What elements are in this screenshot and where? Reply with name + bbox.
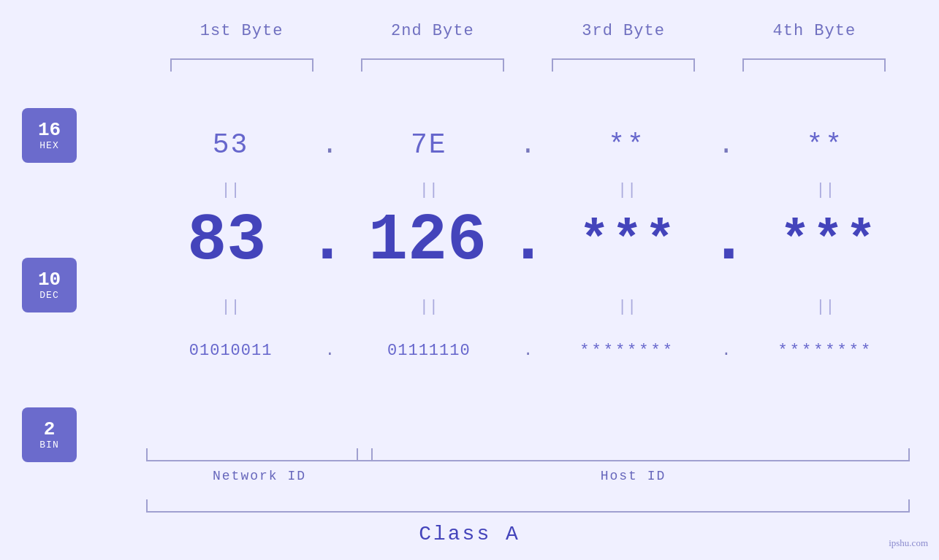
network-id-bracket <box>146 448 373 461</box>
bin-label: BIN <box>39 440 58 450</box>
bin-byte2: 01111110 <box>344 342 513 360</box>
host-id-label: Host ID <box>357 469 910 483</box>
byte4-header: 4th Byte <box>719 22 910 40</box>
eq1-b2: || <box>344 181 513 199</box>
hex-dot3: . <box>712 129 741 161</box>
dec-row: 83 . 126 . *** . *** <box>146 197 910 285</box>
bin-row: 01010011 . 01111110 . ******** . *******… <box>146 321 910 380</box>
bin-byte1: 01010011 <box>146 342 315 360</box>
bracket-line-1 <box>170 58 313 72</box>
dec-dot1: . <box>308 204 347 278</box>
class-bracket <box>146 499 910 513</box>
bracket-line-4 <box>742 58 886 72</box>
byte-headers: 1st Byte 2nd Byte 3rd Byte 4th Byte <box>146 22 910 40</box>
eq1-b4: || <box>741 181 910 199</box>
bracket-line-3 <box>552 58 695 72</box>
bracket-line-2 <box>361 58 504 72</box>
dec-badge: 10 DEC <box>22 258 77 312</box>
bin-dot3: . <box>712 342 741 360</box>
dec-label: DEC <box>39 290 58 301</box>
bin-dot1: . <box>315 342 344 360</box>
equals-row-2: || || || || <box>146 292 910 321</box>
eq1-b1: || <box>146 181 315 199</box>
hex-num: 16 <box>38 120 61 141</box>
eq1-b3: || <box>543 181 712 199</box>
hex-dot1: . <box>315 129 344 161</box>
dec-num: 10 <box>38 269 61 291</box>
watermark: ipshu.com <box>889 537 928 549</box>
dec-byte3: *** <box>548 212 710 270</box>
hex-byte4: ** <box>741 129 910 161</box>
bracket-byte3 <box>528 58 719 72</box>
dec-byte4: *** <box>748 212 910 270</box>
top-brackets <box>146 58 910 72</box>
byte3-header: 3rd Byte <box>528 22 719 40</box>
dec-byte1: 83 <box>146 204 308 278</box>
hex-badge: 16 HEX <box>22 108 77 163</box>
hex-dot2: . <box>514 129 543 161</box>
base-labels: 16 HEX 10 DEC 2 BIN <box>22 108 77 462</box>
network-id-label: Network ID <box>146 469 373 483</box>
dec-dot3: . <box>709 204 748 278</box>
hex-byte2: 7E <box>344 129 513 161</box>
eq2-b3: || <box>543 298 712 316</box>
hex-byte3: ** <box>543 129 712 161</box>
byte1-header: 1st Byte <box>146 22 337 40</box>
eq2-b4: || <box>741 298 910 316</box>
bracket-byte4 <box>719 58 910 72</box>
hex-label: HEX <box>39 140 58 151</box>
bin-byte3: ******** <box>543 342 712 360</box>
class-label: Class A <box>0 523 939 545</box>
dec-byte2: 126 <box>347 204 509 278</box>
bin-byte4: ******** <box>741 342 910 360</box>
hex-byte1: 53 <box>146 129 315 161</box>
hex-row: 53 . 7E . ** . ** <box>146 115 910 174</box>
bin-dot2: . <box>514 342 543 360</box>
byte2-header: 2nd Byte <box>337 22 528 40</box>
eq2-b2: || <box>344 298 513 316</box>
dec-dot2: . <box>508 204 547 278</box>
bracket-byte2 <box>337 58 528 72</box>
bin-num: 2 <box>44 419 56 440</box>
eq2-b1: || <box>146 298 315 316</box>
main-container: 1st Byte 2nd Byte 3rd Byte 4th Byte 16 H… <box>0 0 939 560</box>
bracket-byte1 <box>146 58 337 72</box>
host-id-bracket <box>357 448 910 461</box>
bin-badge: 2 BIN <box>22 407 77 462</box>
